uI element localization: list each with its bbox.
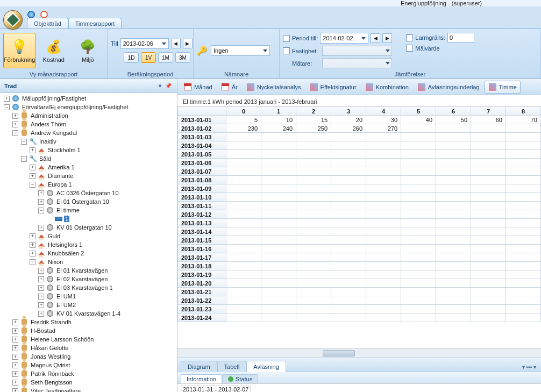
- cell[interactable]: [471, 141, 506, 150]
- cell[interactable]: [506, 296, 541, 305]
- infotab-status[interactable]: Status: [222, 374, 258, 383]
- subtab-avlasning[interactable]: Avläsning: [246, 361, 286, 372]
- cell[interactable]: 230: [226, 124, 261, 133]
- cell[interactable]: [471, 124, 506, 133]
- cell[interactable]: [401, 167, 436, 176]
- cell[interactable]: [296, 167, 331, 176]
- cell[interactable]: [226, 133, 261, 141]
- table-row[interactable]: 2013-01-24: [178, 313, 541, 322]
- larmgrans-input[interactable]: 0: [447, 33, 474, 42]
- cell[interactable]: [366, 313, 401, 322]
- viewtab-nyckeltal[interactable]: Nyckeltalsanalys: [243, 81, 305, 94]
- table-row[interactable]: 2013-01-19: [178, 270, 541, 279]
- cell[interactable]: [331, 236, 366, 245]
- cell[interactable]: [436, 253, 471, 262]
- tree-node[interactable]: +El 01 Östergatan 10: [0, 197, 177, 206]
- expander[interactable]: −: [30, 182, 35, 188]
- cell[interactable]: [471, 236, 506, 245]
- cell[interactable]: [331, 193, 366, 202]
- column-header[interactable]: 2: [296, 107, 331, 116]
- cell[interactable]: [436, 262, 471, 270]
- cell[interactable]: [226, 141, 261, 150]
- cell[interactable]: [226, 227, 261, 236]
- cell[interactable]: 30: [366, 116, 401, 124]
- expander[interactable]: +: [12, 337, 18, 343]
- expander[interactable]: +: [38, 285, 44, 291]
- table-row[interactable]: 2013-01-14: [178, 227, 541, 236]
- cell[interactable]: [261, 133, 296, 141]
- period-1v-button[interactable]: 1V: [141, 52, 156, 63]
- cell[interactable]: [471, 296, 506, 305]
- expander[interactable]: +: [12, 319, 18, 325]
- cell[interactable]: [331, 176, 366, 184]
- cell[interactable]: [436, 245, 471, 253]
- tree-node[interactable]: 1: [0, 215, 177, 223]
- row-header[interactable]: 2013-01-07: [178, 167, 226, 176]
- cell[interactable]: [331, 253, 366, 262]
- column-header[interactable]: 7: [471, 107, 506, 116]
- cell[interactable]: [506, 305, 541, 313]
- tree-node[interactable]: +Anders Thörn: [0, 120, 177, 129]
- tree-node[interactable]: +AC 0326 Östergatan 10: [0, 189, 177, 197]
- cell[interactable]: [401, 313, 436, 322]
- cell[interactable]: [436, 270, 471, 279]
- kostnad-button[interactable]: 💰 Kostnad: [38, 33, 70, 68]
- viewtab-ar[interactable]: År: [217, 81, 241, 94]
- cell[interactable]: [261, 305, 296, 313]
- table-row[interactable]: 2013-01-03: [178, 133, 541, 141]
- expander[interactable]: +: [30, 242, 35, 248]
- tree-node[interactable]: +El UM2: [0, 301, 177, 309]
- cell[interactable]: [226, 219, 261, 227]
- horizontal-scrollbar[interactable]: [177, 348, 541, 358]
- expander[interactable]: +: [12, 388, 18, 393]
- tree-menu-button[interactable]: ▾: [155, 82, 164, 90]
- expander[interactable]: +: [30, 147, 35, 153]
- table-row[interactable]: 2013-01-0151015203040506070: [178, 116, 541, 124]
- tree-node[interactable]: +Vitec Testförvaltare: [0, 387, 177, 392]
- viewtab-timme[interactable]: Timme: [485, 81, 521, 94]
- tree-node[interactable]: +Fredrik Strandh: [0, 318, 177, 326]
- cell[interactable]: [261, 313, 296, 322]
- cell[interactable]: [436, 124, 471, 133]
- cell[interactable]: [436, 159, 471, 167]
- period-1m-button[interactable]: 1M: [158, 52, 173, 63]
- date-next-button[interactable]: ▶: [183, 39, 193, 48]
- cell[interactable]: 20: [331, 116, 366, 124]
- expander[interactable]: +: [30, 165, 35, 170]
- cell[interactable]: [471, 279, 506, 288]
- cell[interactable]: [261, 150, 296, 159]
- cell[interactable]: [226, 176, 261, 184]
- row-header[interactable]: 2013-01-24: [178, 313, 226, 322]
- cell[interactable]: [366, 150, 401, 159]
- cell[interactable]: [471, 305, 506, 313]
- cell[interactable]: [296, 296, 331, 305]
- expander[interactable]: −: [12, 130, 18, 136]
- cell[interactable]: 15: [296, 116, 331, 124]
- cell[interactable]: [401, 141, 436, 150]
- cell[interactable]: [471, 184, 506, 193]
- larmgrans-checkbox[interactable]: [406, 34, 413, 41]
- cell[interactable]: [226, 245, 261, 253]
- expander[interactable]: +: [12, 328, 18, 334]
- cell[interactable]: [436, 219, 471, 227]
- cell[interactable]: [366, 253, 401, 262]
- cell[interactable]: [331, 305, 366, 313]
- cell[interactable]: [401, 262, 436, 270]
- cell[interactable]: [436, 141, 471, 150]
- cell[interactable]: [226, 296, 261, 305]
- tree-node[interactable]: +Knubbsälen 2: [0, 249, 177, 258]
- cell[interactable]: [226, 236, 261, 245]
- column-header[interactable]: 5: [401, 107, 436, 116]
- cell[interactable]: [331, 288, 366, 296]
- cell[interactable]: [471, 245, 506, 253]
- tree-node[interactable]: −Förvaltare/Ej energiuppföljning/Fastigh…: [0, 103, 177, 111]
- fastighet-combo[interactable]: [322, 46, 392, 56]
- cell[interactable]: [296, 245, 331, 253]
- row-header[interactable]: 2013-01-19: [178, 270, 226, 279]
- row-header[interactable]: 2013-01-05: [178, 150, 226, 159]
- infotab-information[interactable]: Information: [181, 374, 222, 383]
- table-row[interactable]: 2013-01-05: [178, 150, 541, 159]
- cell[interactable]: [506, 227, 541, 236]
- cell[interactable]: [226, 150, 261, 159]
- expander[interactable]: +: [4, 96, 10, 102]
